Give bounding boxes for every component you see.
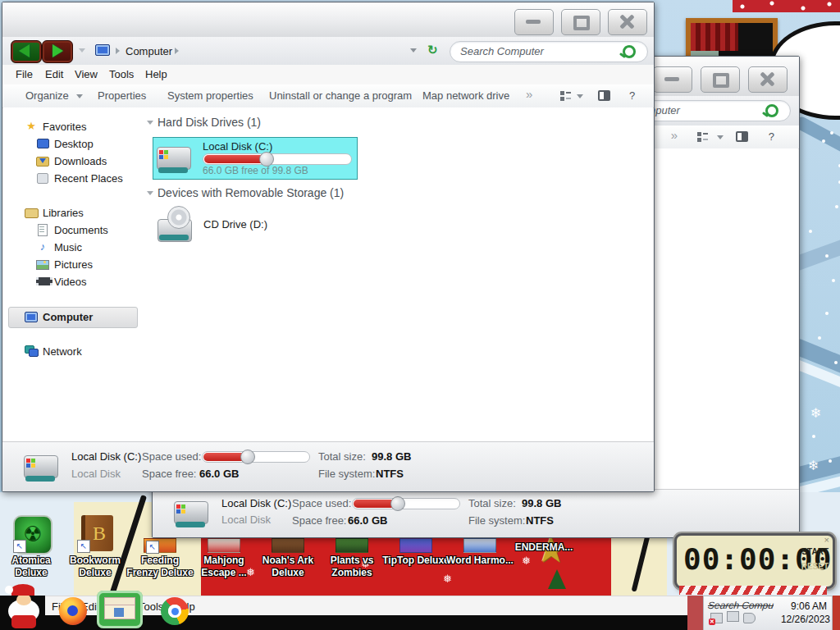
help-button[interactable]: ? <box>769 130 774 143</box>
details-space-free-value: 66.0 GB <box>199 468 239 480</box>
group-header-hdd[interactable]: Hard Disk Drives (1) <box>158 116 261 129</box>
shortcut-arrow-icon: ↖ <box>146 541 159 554</box>
sidebar-item-libraries[interactable]: Libraries <box>3 205 141 221</box>
sidebar-item-videos[interactable]: Videos <box>3 274 141 290</box>
space-used-bar[interactable] <box>202 451 310 463</box>
window2-minimize-button[interactable] <box>653 66 692 93</box>
sidebar-item-documents[interactable]: Documents <box>3 222 141 239</box>
details-space-used-label: Space used: <box>292 497 351 509</box>
chrome-taskbar-icon[interactable] <box>161 597 189 625</box>
firefox-taskbar-icon[interactable] <box>59 597 87 625</box>
desktop: ❄ ❄ ❅ ❅ ❅ ❅ ★ Search Computer » ? <box>0 0 840 630</box>
space-used-bar[interactable] <box>352 498 460 509</box>
desktop-icon-label: Feeding Frenzy Deluxe <box>126 555 194 579</box>
menu-help[interactable]: Help <box>145 68 167 80</box>
local-disk-item[interactable]: Local Disk (C:) 66.0 GB free of 99.8 GB <box>153 137 358 180</box>
network-error-tray-icon[interactable]: ✕ <box>710 613 723 623</box>
collapse-icon[interactable] <box>147 121 153 125</box>
window2-close-button[interactable] <box>748 66 788 93</box>
back-button[interactable] <box>11 40 42 63</box>
search-icon[interactable] <box>765 104 778 117</box>
map-network-drive-button[interactable]: Map network drive <box>422 89 509 102</box>
uninstall-button[interactable]: Uninstall or change a program <box>269 89 412 102</box>
wallpaper-branch <box>793 115 840 161</box>
details-drive-name: Local Disk (C:) <box>221 497 291 509</box>
refresh-icon[interactable]: ↻ <box>427 43 438 57</box>
slider-thumb-icon[interactable] <box>390 496 405 511</box>
window2-maximize-button[interactable] <box>701 66 740 93</box>
group-header-removable[interactable]: Devices with Removable Storage (1) <box>158 186 344 199</box>
window1-minimize-button[interactable] <box>514 9 554 35</box>
word-harmony-icon <box>463 538 496 553</box>
desktop-icon-enderman[interactable]: ENDERMA... <box>509 541 578 554</box>
desktop-icon-word-harmony[interactable]: Word Harmo... <box>445 538 514 567</box>
desktop-icon-tiptop[interactable]: TipTop Deluxe <box>381 538 450 567</box>
desktop-icon-pvz[interactable]: Plants vs Zombies <box>317 538 386 579</box>
preview-pane-icon[interactable] <box>598 90 610 101</box>
display-tray-icon[interactable] <box>727 611 739 622</box>
stopwatch-reset-button[interactable]: RESET <box>801 562 829 571</box>
window1-maximize-button[interactable] <box>561 9 600 35</box>
tray-time[interactable]: 9:06 AM <box>791 600 827 612</box>
desktop-icon-noahs-ark[interactable]: Noah's Ark Deluxe <box>253 538 322 579</box>
widget-close-icon[interactable]: × <box>824 535 829 545</box>
collapse-icon[interactable] <box>147 191 153 195</box>
help-button[interactable]: ? <box>629 89 635 102</box>
preview-pane-icon[interactable] <box>736 131 748 142</box>
change-view-icon[interactable] <box>560 91 572 101</box>
stopwatch-start-button[interactable]: START <box>801 547 829 556</box>
cd-drive-name: CD Drive (D:) <box>203 218 267 231</box>
wallpaper-snow-dots <box>814 107 817 110</box>
window1-command-bar: Organize Properties System properties Un… <box>2 84 654 108</box>
desktop-icon-label: Noah's Ark Deluxe <box>253 555 322 579</box>
start-button-santa-icon[interactable] <box>0 584 49 630</box>
sidebar-item-downloads[interactable]: Downloads <box>3 153 141 170</box>
organize-button[interactable]: Organize <box>25 89 69 102</box>
slider-thumb-icon[interactable] <box>240 450 255 464</box>
volume-tray-icon[interactable] <box>743 613 756 623</box>
view-dropdown-icon[interactable] <box>717 135 724 139</box>
forward-button[interactable] <box>42 40 73 63</box>
stopwatch-widget[interactable]: 00:00:00 START RESET × <box>674 533 835 589</box>
sidebar-item-network[interactable]: Network <box>3 344 141 360</box>
file-manager-taskbar-icon[interactable] <box>97 591 143 628</box>
sidebar-item-music[interactable]: ♪Music <box>3 240 141 256</box>
monitor-icon <box>36 138 49 149</box>
toolbar-overflow-button[interactable]: » <box>671 128 678 142</box>
desktop-icon-atomica[interactable]: ☢↖ Atomica Deluxe <box>0 514 66 579</box>
back-icon <box>19 44 30 57</box>
document-icon <box>36 224 49 235</box>
window1-titlebar[interactable] <box>2 2 654 38</box>
desktop-icon-feeding-frenzy[interactable]: ↖ Feeding Frenzy Deluxe <box>126 538 194 579</box>
cd-drive-item[interactable]: CD Drive (D:) <box>153 204 356 244</box>
window1-close-button[interactable] <box>608 9 647 35</box>
search-icon[interactable] <box>623 45 636 58</box>
toolbar-overflow-button[interactable]: » <box>526 87 532 101</box>
window1-details-pane: Local Disk (C:) Local Disk Space used: S… <box>2 441 654 491</box>
address-dropdown-icon[interactable] <box>410 48 417 52</box>
breadcrumb-separator-icon <box>175 48 179 54</box>
desktop-icon-mahjong[interactable]: Mahjong Escape ... <box>189 538 258 579</box>
details-space-free-label: Space free: <box>142 468 197 480</box>
sidebar-item-favorites[interactable]: ★Favorites <box>3 119 141 135</box>
sidebar-item-pictures[interactable]: Pictures <box>3 257 141 273</box>
menu-tools[interactable]: Tools <box>109 68 134 80</box>
view-dropdown-icon[interactable] <box>577 94 583 98</box>
sidebar-item-recent-places[interactable]: Recent Places <box>3 171 141 187</box>
plants-vs-zombies-icon <box>336 538 368 553</box>
menu-file[interactable]: File <box>16 68 33 80</box>
recent-pages-icon[interactable] <box>79 48 85 52</box>
snowflake-icon: ❅ <box>522 555 531 567</box>
window1-search-input[interactable]: Search Computer <box>450 41 648 62</box>
properties-button[interactable]: Properties <box>98 89 146 102</box>
desktop-icon-bookworm[interactable]: B↖ Bookworm Deluxe <box>61 514 130 579</box>
menu-edit[interactable]: Edit <box>45 68 63 80</box>
system-properties-button[interactable]: System properties <box>167 89 253 102</box>
window1-navbar: Computer ↻ Search Computer <box>2 37 654 65</box>
sidebar-item-computer[interactable]: Computer <box>3 309 141 326</box>
change-view-icon[interactable] <box>697 132 709 142</box>
breadcrumb[interactable]: Computer <box>126 45 172 57</box>
tray-date[interactable]: 12/26/2023 <box>781 614 830 625</box>
sidebar-item-desktop[interactable]: Desktop <box>3 136 141 153</box>
menu-view[interactable]: View <box>75 68 98 80</box>
